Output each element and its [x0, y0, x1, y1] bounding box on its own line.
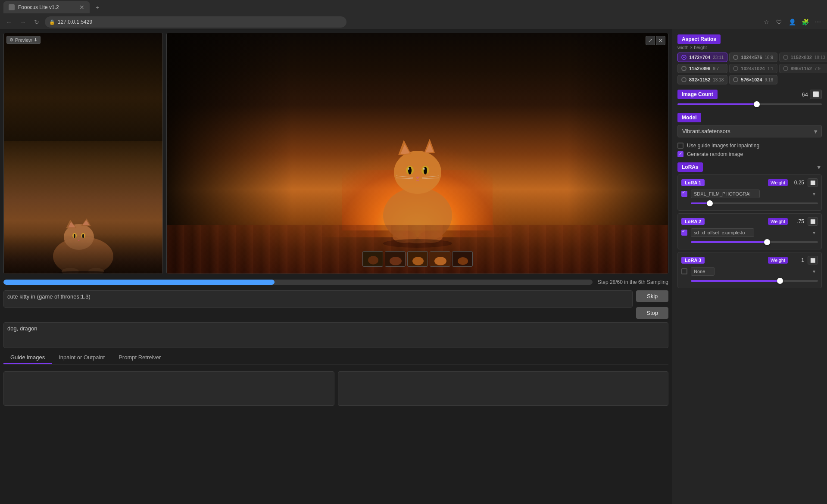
lora-2-checkbox[interactable] [681, 230, 687, 236]
new-tab-button[interactable]: + [91, 1, 103, 13]
preview-download-icon[interactable]: ⬇ [34, 37, 37, 43]
tab-guide-images[interactable]: Guide images [3, 352, 52, 364]
refresh-button[interactable]: ↻ [31, 16, 42, 28]
lora-2-bottom: sd_xl_offset_example-lo ▼ [681, 228, 818, 237]
svg-point-25 [423, 168, 425, 170]
lora-3-slider[interactable] [691, 277, 818, 284]
extensions-button[interactable]: 🧩 [799, 16, 811, 28]
lora-3-checkbox[interactable] [681, 268, 687, 274]
lora-1-slider[interactable] [691, 200, 818, 207]
aspect-grid: 1472×704 23:11 1024×576 16:9 1152×832 18… [677, 53, 822, 84]
address-bar[interactable]: 🔒 127.0.0.1:5429 [45, 16, 346, 28]
fullscreen-button[interactable]: ⤢ [646, 36, 655, 45]
lora-2-top: LoRA 2 Weight .75 ⬜ [681, 217, 818, 226]
negative-prompt-input[interactable]: dog, dragon [3, 322, 668, 348]
checkbox-guide-images[interactable]: Use guide images for inpainting [677, 143, 822, 149]
lora-2-thumb[interactable] [764, 239, 770, 245]
tab-prompt-retreiver[interactable]: Prompt Retreiver [112, 352, 168, 364]
positive-prompt-input[interactable]: cute kitty in (game of thrones:1.3) [3, 290, 633, 308]
shield-button[interactable]: 🛡 [774, 16, 785, 28]
account-button[interactable]: 👤 [786, 16, 798, 28]
lock-icon: 🔒 [49, 19, 55, 25]
slider-thumb[interactable] [754, 101, 760, 107]
progress-text: Step 28/60 in the 6th Sampling [598, 279, 668, 285]
cat-left-image [4, 141, 162, 274]
lora-3-track [691, 280, 818, 282]
lora-1-select-arrow: ▼ [812, 192, 816, 196]
close-preview-button[interactable]: ✕ [656, 36, 665, 45]
lora-2-slider-row [681, 239, 818, 246]
tab-title: Fooocus Lite v1.2 [18, 4, 59, 10]
aspect-btn-1024x1024[interactable]: 1024×1024 1:1 [729, 64, 777, 73]
tab-close-button[interactable]: ✕ [79, 4, 84, 11]
menu-button[interactable]: ⋯ [812, 16, 824, 28]
aspect-btn-1152x896[interactable]: 1152×896 9:7 [677, 64, 727, 73]
lora-3-model-select[interactable]: None [691, 267, 715, 276]
aspect-dims-6: 896×1152 [791, 66, 812, 71]
image-count-slider[interactable] [677, 101, 822, 108]
browser-tab[interactable]: Fooocus Lite v1.2 ✕ [3, 1, 90, 13]
progress-fill [3, 280, 275, 285]
aspect-ratio-subtext: width × height [677, 45, 822, 50]
image-count-label: Image Count [677, 90, 718, 99]
aspect-ratio-7: 13:18 [713, 78, 724, 82]
lora-2-model-select[interactable]: sd_xl_offset_example-lo [691, 228, 754, 237]
aspect-btn-1024x576[interactable]: 1024×576 16:9 [729, 53, 777, 62]
lora-1-bottom: SDXL_FILM_PHOTOGRAI ▼ [681, 190, 818, 198]
thumbnail-1[interactable] [362, 251, 383, 267]
lora-1-weight-box[interactable]: ⬜ [808, 178, 818, 187]
loras-label: LoRAs [677, 162, 703, 172]
lora-1-track [691, 202, 818, 204]
lora-2-slider[interactable] [691, 239, 818, 246]
thumbnail-5[interactable] [452, 251, 473, 267]
stop-button[interactable]: Stop [636, 307, 668, 319]
bookmark-button[interactable]: ☆ [761, 16, 772, 28]
lora-1-model-select[interactable]: SDXL_FILM_PHOTOGRAI [691, 190, 760, 198]
aspect-btn-576x1024[interactable]: 576×1024 9:16 [729, 75, 777, 84]
lora-3-weight-val: 1 [791, 257, 804, 263]
thumbnail-2[interactable] [385, 251, 406, 267]
aspect-btn-1152x832[interactable]: 1152×832 18:13 [779, 53, 827, 62]
lora-1-checkbox[interactable] [681, 191, 687, 197]
lora-3-weight-box[interactable]: ⬜ [808, 256, 818, 264]
skip-button[interactable]: Skip [636, 290, 668, 302]
aspect-btn-832x1152[interactable]: 832×1152 13:18 [677, 75, 727, 84]
loras-chevron[interactable]: ▼ [816, 164, 822, 171]
preview-icon: ⚙ [9, 37, 13, 42]
browser-tabs: Fooocus Lite v1.2 ✕ + [0, 0, 827, 15]
aspect-btn-896x1152[interactable]: 896×1152 7:9 [779, 64, 827, 73]
forward-button[interactable]: → [17, 16, 28, 28]
preview-right: ⤢ ✕ [166, 33, 668, 274]
lora-1-slider-row [681, 200, 818, 207]
aspect-btn-1472x704[interactable]: 1472×704 23:11 [677, 53, 727, 62]
cat-right-image [167, 33, 668, 274]
checkbox-random-image[interactable]: Generate random image [677, 151, 822, 157]
lora-3-badge: LoRA 3 [681, 257, 705, 264]
guide-image-1[interactable] [3, 371, 334, 406]
lora-2-weight-val: .75 [791, 218, 804, 224]
thumbnail-4[interactable] [430, 251, 450, 267]
aspect-ratio-header: Aspect Ratios [677, 34, 721, 44]
lora-1-badge: LoRA 1 [681, 179, 705, 186]
lora-2-weight-label: Weight [768, 218, 788, 225]
lora-3-thumb[interactable] [777, 278, 783, 284]
lora-2-badge: LoRA 2 [681, 218, 705, 225]
back-button[interactable]: ← [3, 16, 15, 28]
aspect-ratio-8: 9:16 [765, 78, 773, 82]
lora-2-weight-box[interactable]: ⬜ [808, 217, 818, 226]
image-count-value: 64 ⬜ [802, 90, 822, 99]
checkbox-random-image-box[interactable] [677, 151, 683, 157]
model-select[interactable]: Vibrant.safetensors [677, 125, 822, 137]
thumbnail-3[interactable] [407, 251, 428, 267]
image-count-box[interactable]: ⬜ [810, 90, 822, 99]
guide-image-2[interactable] [338, 371, 669, 406]
aspect-dims-8: 576×1024 [741, 77, 762, 82]
lora-item-2: LoRA 2 Weight .75 ⬜ sd_xl_offset_example… [677, 213, 822, 249]
aspect-radio-3 [783, 55, 788, 60]
lora-item-3: LoRA 3 Weight 1 ⬜ None ▼ [677, 252, 822, 288]
checkbox-guide-images-box[interactable] [677, 143, 683, 149]
tab-inpaint-outpaint[interactable]: Inpaint or Outpaint [52, 352, 112, 364]
lora-1-thumb[interactable] [707, 200, 713, 206]
top-empty-area [4, 33, 162, 141]
progress-section: Step 28/60 in the 6th Sampling [3, 277, 668, 287]
